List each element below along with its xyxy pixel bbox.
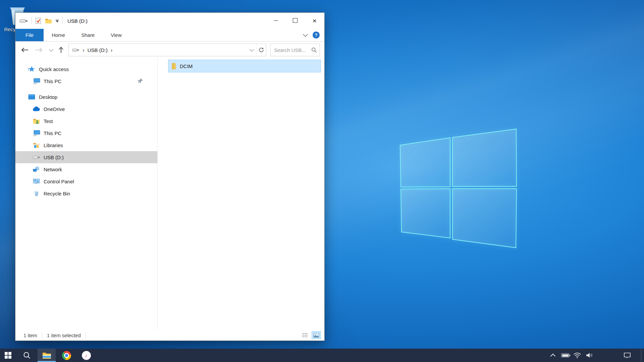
chevron-down-icon <box>49 47 53 52</box>
sidebar-item-label: Network <box>44 167 62 172</box>
customize-toolbar-dropdown-icon[interactable] <box>55 19 59 22</box>
new-folder-button-icon[interactable] <box>45 18 52 24</box>
volume-icon <box>586 352 593 358</box>
details-view-button[interactable] <box>300 331 310 339</box>
sidebar-item-test[interactable]: Test <box>15 115 157 127</box>
ribbon-right-controls: ? <box>304 29 320 41</box>
divider <box>86 333 86 339</box>
back-arrow-icon <box>21 47 29 53</box>
taskbar-itunes-button[interactable]: ♪ <box>77 349 95 362</box>
file-list: DCIM <box>158 58 324 330</box>
properties-button-icon[interactable] <box>35 17 42 24</box>
sidebar-item-quick-access[interactable]: Quick access <box>15 63 157 75</box>
expand-ribbon-chevron-icon[interactable] <box>303 32 308 37</box>
tray-action-center-button[interactable] <box>621 349 634 362</box>
tray-network-button[interactable] <box>572 349 582 362</box>
pin-icon <box>138 78 143 84</box>
windows-logo-icon <box>5 352 11 359</box>
forward-arrow-icon <box>35 47 43 53</box>
this-pc-icon <box>32 130 40 136</box>
libraries-icon <box>32 142 40 148</box>
taskbar: ♪ <box>0 349 644 362</box>
search-icon <box>23 351 31 359</box>
sidebar-item-recycle-bin[interactable]: Recycle Bin <box>15 187 157 199</box>
taskbar-chrome-button[interactable] <box>58 349 75 362</box>
item-count: 1 item <box>23 333 37 338</box>
tab-view[interactable]: View <box>103 29 129 41</box>
sidebar-item-this-pc-pinned[interactable]: This PC <box>15 75 157 87</box>
back-button[interactable] <box>20 45 30 55</box>
usb-drive-icon <box>72 48 79 52</box>
minimize-icon <box>274 20 278 21</box>
show-desktop-button[interactable] <box>641 349 644 362</box>
close-button[interactable]: × <box>305 13 324 28</box>
sidebar-item-label: Libraries <box>44 142 63 148</box>
sidebar-spacer <box>15 87 157 91</box>
maximize-icon <box>293 18 298 23</box>
onedrive-cloud-icon <box>32 107 40 112</box>
search-icon[interactable] <box>311 47 317 53</box>
start-button[interactable] <box>0 349 16 362</box>
help-icon[interactable]: ? <box>313 32 320 39</box>
navigation-pane: Quick access This PC <box>15 58 158 330</box>
usb-drive-icon <box>32 155 40 160</box>
file-explorer-icon <box>42 352 51 359</box>
tray-battery-button[interactable] <box>559 349 571 362</box>
address-dropdown-button[interactable] <box>247 44 256 56</box>
sidebar-item-label: USB (D:) <box>44 155 64 160</box>
title-bar: USB (D:) × <box>15 13 324 29</box>
file-item-dcim[interactable]: DCIM <box>168 60 321 72</box>
search-box <box>270 44 320 56</box>
tray-volume-button[interactable] <box>584 349 595 362</box>
network-icon <box>32 166 40 172</box>
desktop: ♻ Recycle Bin <box>0 0 644 362</box>
tray-show-hidden-icons-button[interactable] <box>548 349 557 362</box>
divider <box>62 17 63 24</box>
up-arrow-icon <box>58 46 64 54</box>
sidebar-item-label: Quick access <box>39 66 69 72</box>
divider <box>32 17 32 24</box>
large-icons-view-button[interactable] <box>312 331 321 339</box>
recent-locations-button[interactable] <box>48 45 54 55</box>
explorer-window: USB (D:) × File Home Share View ? <box>15 12 325 341</box>
wifi-icon <box>573 352 581 358</box>
recycle-bin-icon <box>32 190 40 196</box>
maximize-button[interactable] <box>285 13 305 28</box>
thumbnail-view-icon <box>313 333 319 338</box>
forward-button[interactable] <box>34 45 44 55</box>
up-button[interactable] <box>56 45 66 55</box>
refresh-button[interactable] <box>256 44 266 56</box>
control-panel-icon <box>32 179 40 184</box>
view-toggle-buttons <box>300 331 321 339</box>
sidebar-item-label: Desktop <box>39 94 57 100</box>
sidebar-item-label: Test <box>44 118 53 124</box>
taskbar-file-explorer-button[interactable] <box>38 349 56 362</box>
chevron-down-icon <box>250 47 254 52</box>
details-view-icon <box>302 333 308 338</box>
sidebar-item-libraries[interactable]: Libraries <box>15 139 157 151</box>
chevron-up-icon <box>550 354 555 359</box>
breadcrumb-crumb[interactable]: USB (D:) <box>88 47 108 53</box>
sidebar-item-control-panel[interactable]: Control Panel <box>15 175 157 187</box>
divider <box>42 333 42 339</box>
search-input[interactable] <box>271 47 309 53</box>
tab-share[interactable]: Share <box>73 29 103 41</box>
sidebar-item-label: OneDrive <box>44 106 65 112</box>
music-app-icon: ♪ <box>82 351 91 360</box>
tab-file[interactable]: File <box>15 29 44 41</box>
breadcrumb-chevron-icon: › <box>108 47 116 53</box>
window-controls: × <box>266 13 324 28</box>
quick-access-toolbar <box>19 17 63 24</box>
navigation-bar: › USB (D:) › <box>15 42 324 58</box>
folder-icon <box>171 63 176 70</box>
tab-home[interactable]: Home <box>44 29 73 41</box>
minimize-button[interactable] <box>266 13 285 28</box>
sidebar-item-network[interactable]: Network <box>15 163 157 175</box>
sidebar-item-this-pc[interactable]: This PC <box>15 127 157 139</box>
sidebar-item-desktop[interactable]: Desktop <box>15 91 157 103</box>
sidebar-item-onedrive[interactable]: OneDrive <box>15 103 157 115</box>
taskbar-search-button[interactable] <box>19 349 35 362</box>
window-title: USB (D:) <box>67 18 88 24</box>
address-bar[interactable]: › USB (D:) › <box>68 44 266 56</box>
sidebar-item-usb-d[interactable]: USB (D:) <box>15 151 157 163</box>
